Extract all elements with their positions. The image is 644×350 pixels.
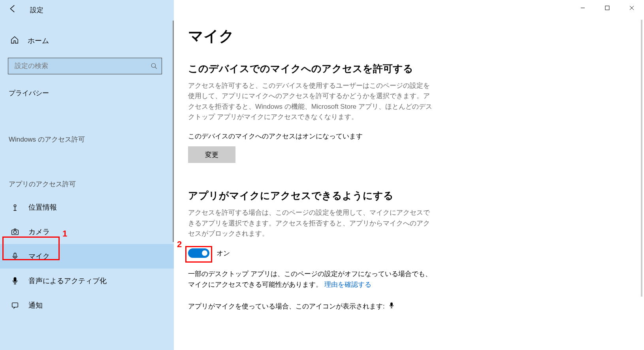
category-label: プライバシー: [0, 74, 174, 98]
nav-label: 音声によるアクティブ化: [28, 276, 107, 286]
reason-link[interactable]: 理由を確認する: [324, 281, 371, 288]
section1-description: アクセスを許可すると、このデバイスを使用するユーザーはこのページの設定を使用して…: [188, 81, 433, 122]
microphone-icon: [10, 252, 20, 261]
location-icon: [10, 203, 20, 212]
section1-heading: このデバイスでのマイクへのアクセスを許可する: [188, 62, 644, 75]
search-box[interactable]: [8, 58, 162, 74]
toggle-label: オン: [217, 249, 230, 258]
annotation-number-1: 1: [62, 229, 67, 239]
svg-rect-4: [14, 253, 16, 257]
svg-rect-7: [390, 303, 392, 306]
search-input[interactable]: [8, 62, 147, 70]
minimize-button[interactable]: [571, 0, 595, 16]
home-label: ホーム: [28, 36, 49, 45]
nav-label: 位置情報: [28, 202, 57, 212]
notification-icon: [10, 301, 20, 310]
sidebar-item-microphone[interactable]: マイク: [0, 244, 174, 269]
home-icon: [10, 36, 19, 46]
voice-activation-icon: [10, 276, 20, 285]
nav-label: 通知: [28, 301, 43, 310]
change-button[interactable]: 変更: [188, 146, 235, 163]
main-content: マイク このデバイスでのマイクへのアクセスを許可する アクセスを許可すると、この…: [174, 0, 644, 350]
toggle-knob: [202, 250, 207, 256]
svg-point-0: [151, 63, 156, 68]
maximize-button[interactable]: [595, 0, 620, 16]
close-button[interactable]: [620, 0, 644, 16]
svg-rect-5: [14, 278, 16, 282]
search-icon: [147, 62, 162, 70]
svg-point-1: [14, 205, 16, 207]
device-access-status: このデバイスのマイクへのアクセスはオンになっています: [188, 132, 644, 141]
group-windows-permissions: Windows のアクセス許可: [0, 121, 174, 150]
group-app-permissions: アプリのアクセス許可: [0, 166, 174, 195]
svg-rect-6: [12, 303, 18, 307]
sidebar-item-location[interactable]: 位置情報: [0, 195, 174, 219]
svg-point-3: [13, 231, 16, 233]
sidebar-item-home[interactable]: ホーム: [0, 29, 174, 52]
sidebar-item-voice-activation[interactable]: 音声によるアクティブ化: [0, 269, 174, 293]
svg-rect-8: [605, 6, 609, 10]
app-access-toggle[interactable]: [188, 248, 209, 258]
microphone-indicator-icon: [388, 302, 395, 311]
indicator-row: アプリがマイクを使っている場合、このアイコンが表示されます:: [188, 302, 644, 311]
section2-description: アクセスを許可する場合は、このページの設定を使用して、マイクにアクセスできるアプ…: [188, 208, 433, 239]
sidebar-item-notifications[interactable]: 通知: [0, 293, 174, 318]
back-arrow-icon[interactable]: [8, 4, 18, 16]
annotation-number-2: 2: [177, 239, 182, 250]
desktop-apps-note: 一部のデスクトップ アプリは、このページの設定がオフになっている場合でも、マイク…: [188, 269, 433, 290]
indicator-text: アプリがマイクを使っている場合、このアイコンが表示されます:: [188, 302, 385, 311]
note-prefix: 一部のデスクトップ アプリは、このページの設定がオフになっている場合でも、マイク…: [188, 270, 432, 288]
camera-icon: [10, 227, 20, 236]
window-controls: [571, 0, 644, 16]
main-scrollbar[interactable]: [641, 20, 642, 297]
sidebar-item-camera[interactable]: カメラ: [0, 219, 174, 244]
window-title: 設定: [30, 6, 43, 15]
nav-label: マイク: [28, 252, 50, 261]
nav-label: カメラ: [28, 227, 50, 236]
sidebar: 設定 ホーム プライバシー Windows のアクセス許可 アプリのアクセス許可…: [0, 0, 174, 350]
section2-heading: アプリがマイクにアクセスできるようにする: [188, 189, 644, 202]
page-title: マイク: [188, 26, 644, 46]
